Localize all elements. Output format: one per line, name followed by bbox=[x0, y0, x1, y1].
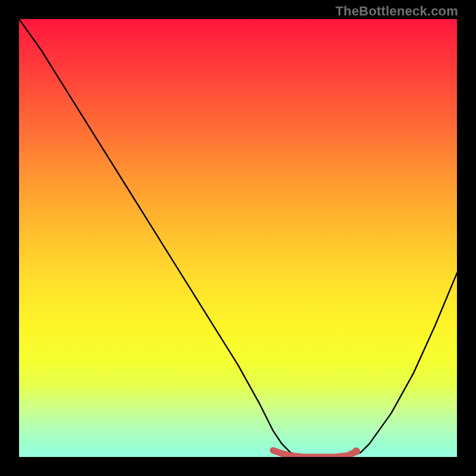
bottleneck-curve-path bbox=[19, 19, 457, 457]
chart-svg bbox=[19, 19, 457, 457]
chart-stage: TheBottleneck.com bbox=[0, 0, 476, 476]
optimal-band-path bbox=[273, 450, 356, 457]
plot-area bbox=[19, 19, 457, 457]
watermark-text: TheBottleneck.com bbox=[336, 4, 458, 19]
optimal-marker-dot bbox=[352, 447, 360, 455]
